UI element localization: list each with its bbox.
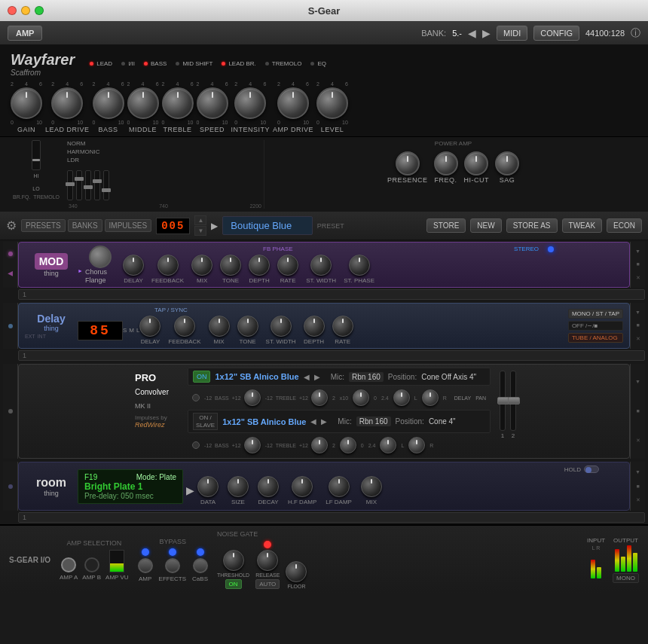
new-button[interactable]: NEW xyxy=(470,218,501,233)
cab1-prev-arrow[interactable]: ◀ xyxy=(304,373,310,381)
freq-knob[interactable] xyxy=(434,151,458,175)
mono-btn[interactable]: MONO xyxy=(613,573,639,583)
cab2-pan-knob[interactable] xyxy=(408,437,425,453)
hi-cut-knob[interactable] xyxy=(464,151,488,175)
effects-bypass-btn[interactable] xyxy=(165,558,180,573)
mono-st-tap-option[interactable]: MONO / ST / TAP xyxy=(568,309,623,319)
speed-knob[interactable] xyxy=(197,87,228,119)
maximize-button[interactable] xyxy=(35,6,44,15)
cab2-treble-knob[interactable] xyxy=(311,437,328,453)
banks-tab[interactable]: BANKS xyxy=(68,219,102,232)
delay-feedback-knob[interactable] xyxy=(174,316,195,337)
cab1-next-arrow[interactable]: ▶ xyxy=(314,373,320,381)
prev-bank-button[interactable]: ◀ xyxy=(468,27,476,39)
scroll-up[interactable]: ▲ xyxy=(194,215,206,225)
store-button[interactable]: STORE xyxy=(426,218,466,233)
store-as-button[interactable]: STORE AS xyxy=(506,218,558,233)
close-button[interactable] xyxy=(8,6,17,15)
fader2-handle[interactable] xyxy=(508,397,520,404)
mod-tone-knob[interactable] xyxy=(220,255,241,276)
room-play-arrow[interactable]: ▶ xyxy=(183,477,197,496)
tube-analog-option[interactable]: TUBE / ANALOG xyxy=(568,333,623,343)
cab2-bass-knob[interactable] xyxy=(244,437,261,453)
room-mix-knob[interactable] xyxy=(361,476,382,497)
tweak-button[interactable]: TWEAK xyxy=(562,218,603,233)
cab2-on-button[interactable]: ON /SLAVE xyxy=(193,413,218,430)
off-wave-option[interactable]: OFF /∼/■ xyxy=(568,321,623,331)
cab2-bypass-btn[interactable] xyxy=(192,441,200,449)
io-section: S-GEAR I/O AMP SELECTION AMP A AMP B AMP… xyxy=(0,524,648,594)
cab1-bypass-btn[interactable] xyxy=(192,394,200,401)
presets-tab[interactable]: PRESETS xyxy=(21,219,66,232)
mod-mix-knob[interactable] xyxy=(191,255,212,276)
preset-scroll-arrows[interactable]: ▲ ▼ xyxy=(194,215,206,236)
cab2-next-arrow[interactable]: ▶ xyxy=(321,417,327,426)
lead-drive-knob[interactable] xyxy=(51,87,83,119)
mod-delay-knob[interactable] xyxy=(123,255,144,276)
floor-knob[interactable] xyxy=(286,561,307,582)
amp-button[interactable]: AMP xyxy=(8,26,42,41)
cab2-prev-arrow[interactable]: ◀ xyxy=(310,417,316,426)
mod-stwidth-knob[interactable] xyxy=(310,255,332,276)
midi-button[interactable]: MIDI xyxy=(497,26,527,41)
threshold-knob[interactable] xyxy=(223,550,244,571)
cab2-x10-knob[interactable] xyxy=(340,437,356,453)
config-button[interactable]: CONFIG xyxy=(533,26,579,41)
scroll-down[interactable]: ▼ xyxy=(194,226,206,236)
room-lfdamp-knob[interactable] xyxy=(329,476,350,497)
minimize-button[interactable] xyxy=(21,6,30,15)
mod-flange-mode[interactable]: Flange xyxy=(78,276,123,284)
delay-stwidth-knob[interactable] xyxy=(271,316,292,337)
room-size-knob[interactable] xyxy=(228,476,249,497)
cabs-bypass-btn[interactable] xyxy=(193,558,208,573)
amp-drive-knob[interactable] xyxy=(277,87,309,119)
cab1-bass-knob[interactable] xyxy=(244,389,261,406)
delay-tone-knob[interactable] xyxy=(237,316,258,337)
level-knob[interactable] xyxy=(316,87,348,119)
sag-knob[interactable] xyxy=(495,151,519,175)
info-button[interactable]: ⓘ xyxy=(631,26,640,40)
hold-toggle[interactable] xyxy=(584,465,599,473)
mod-stphase-knob[interactable] xyxy=(349,255,370,276)
cab1-x10-knob[interactable] xyxy=(353,389,369,406)
bank-value: 5.- xyxy=(452,29,462,38)
play-button[interactable]: ▶ xyxy=(211,221,218,231)
impulses-tab[interactable]: IMPULSES xyxy=(105,219,152,232)
gain-knob[interactable] xyxy=(11,87,42,119)
room-decay-knob[interactable] xyxy=(258,476,279,497)
mod-feedback-knob[interactable] xyxy=(157,255,179,276)
mod-chorus-mode[interactable]: Chorus xyxy=(78,268,123,276)
presence-knob[interactable] xyxy=(396,151,420,175)
amp-b-circle[interactable] xyxy=(84,557,99,572)
treble-knob[interactable] xyxy=(162,87,194,119)
fader1-track[interactable] xyxy=(500,371,506,431)
delay-rate-knob[interactable] xyxy=(332,316,353,337)
econ-button[interactable]: ECON xyxy=(607,218,642,233)
fader2-track[interactable] xyxy=(510,371,516,431)
next-bank-button[interactable]: ▶ xyxy=(482,27,491,39)
delay-mix-knob[interactable] xyxy=(209,316,230,337)
mod-depth-knob[interactable] xyxy=(249,255,270,276)
room-knobs: DATA SIZE DECAY H.F DAMP LF DAMP xyxy=(197,467,623,505)
cab1-pan-knob[interactable] xyxy=(422,389,439,406)
mod-mode-knob[interactable] xyxy=(89,246,112,268)
cab1-delay-knob[interactable] xyxy=(393,389,410,406)
threshold-on-btn[interactable]: ON xyxy=(225,579,242,589)
effects-bypass-label: EFFECTS xyxy=(159,575,186,582)
bass-knob[interactable] xyxy=(93,87,124,119)
room-hfdamp-knob[interactable] xyxy=(292,476,313,497)
amp-bypass-btn[interactable] xyxy=(138,558,153,573)
cab1-on-button[interactable]: ON xyxy=(193,371,211,383)
release-knob[interactable] xyxy=(257,550,278,571)
intensity-knob[interactable] xyxy=(234,87,266,119)
cab1-treble-knob[interactable] xyxy=(311,389,328,406)
cab2-delay-knob[interactable] xyxy=(380,437,396,453)
release-auto-btn[interactable]: AUTO xyxy=(255,579,280,589)
mod-rate-knob[interactable] xyxy=(277,255,298,276)
amp-a-circle[interactable] xyxy=(61,557,76,572)
delay-depth-knob[interactable] xyxy=(304,316,325,337)
middle-knob[interactable] xyxy=(127,87,159,119)
redwirez-label: RedWirez xyxy=(135,421,176,429)
delay-delay-knob[interactable] xyxy=(139,316,160,337)
room-data-knob[interactable] xyxy=(197,476,219,497)
